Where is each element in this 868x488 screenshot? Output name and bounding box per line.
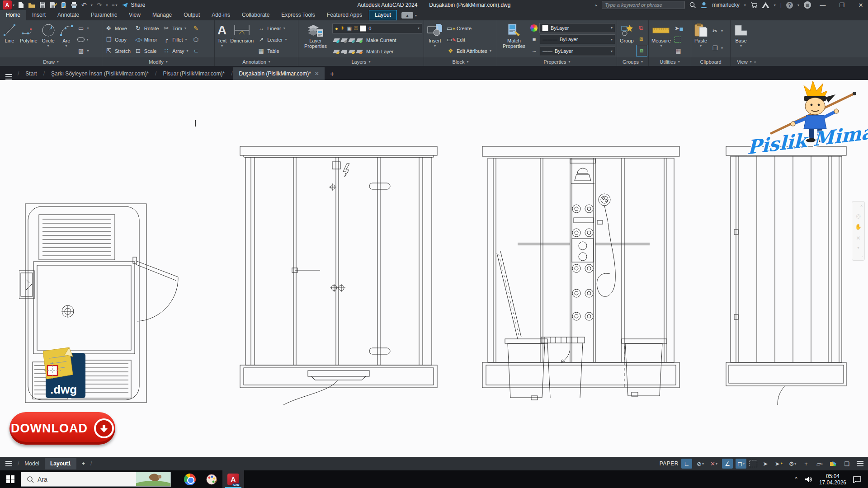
move-button[interactable]: ✥Move xyxy=(104,23,132,34)
arc-button[interactable]: Arc▾ xyxy=(58,22,75,57)
start-button[interactable] xyxy=(0,470,21,488)
copy-clip-button[interactable]: ❐▾ xyxy=(710,42,724,53)
quick-calc-button[interactable]: ▦ xyxy=(673,46,684,56)
fillet-button[interactable]: ╭Fillet▾ xyxy=(161,34,189,45)
hatch-tool-button[interactable]: ▨▾ xyxy=(76,46,90,56)
restore-button[interactable]: ❐ xyxy=(835,0,849,10)
layer-lock-icon[interactable]: ⚿ xyxy=(354,25,358,31)
search-expand-icon[interactable]: ▸ xyxy=(595,3,597,7)
pan-tool-icon[interactable]: ✋ xyxy=(855,224,862,230)
panel-label-draw[interactable]: Draw▾ xyxy=(0,57,102,66)
layer-freeze2-icon[interactable] xyxy=(348,38,355,42)
tab-featured-apps[interactable]: Featured Apps xyxy=(321,10,368,20)
copy-button[interactable]: ❐Copy xyxy=(104,34,132,45)
layer-off-icon[interactable] xyxy=(333,38,340,42)
line-button[interactable]: Line xyxy=(1,22,18,57)
layer-onoff-icon[interactable] xyxy=(348,50,355,53)
quick-select-button[interactable]: ➤▦ xyxy=(673,23,684,34)
ribbon-minimize-button[interactable]: ▲ xyxy=(401,12,413,19)
linear-button[interactable]: ↔Linear▾ xyxy=(256,23,288,34)
layer-sun-icon[interactable]: ☀ xyxy=(340,25,345,31)
paint-taskbar-icon[interactable] xyxy=(201,470,222,488)
rotate-button[interactable]: ↻Rotate xyxy=(133,23,160,34)
file-tabs-menu-icon[interactable] xyxy=(5,76,12,77)
layer-properties-button[interactable]: Layer Properties xyxy=(300,22,331,57)
clean-screen-icon[interactable]: ❏ xyxy=(841,459,852,469)
tab-home[interactable]: Home xyxy=(0,10,26,20)
edit-block-button[interactable]: ▭✎Edit xyxy=(445,34,493,45)
layout1-tab[interactable]: Layout1 xyxy=(45,458,76,469)
mirror-button[interactable]: ◁▷Mirror xyxy=(133,34,160,45)
search-icon[interactable] xyxy=(689,2,696,8)
polyline-button[interactable]: Polyline xyxy=(19,22,39,57)
panel-label-clipboard[interactable]: Clipboard xyxy=(691,57,730,66)
offset-button[interactable]: ⊂ xyxy=(191,46,201,56)
panel-label-groups[interactable]: Groups▾ xyxy=(617,57,648,66)
match-layer-button[interactable]: Match Layer xyxy=(366,49,394,54)
snap-mode-icon[interactable]: ∟ xyxy=(681,459,692,469)
match-properties-button[interactable]: Match Properties xyxy=(499,22,529,57)
file-tab-sarki[interactable]: Şarkı Söyleyen İnsan (PislikMimar.com)* xyxy=(46,67,154,80)
tab-view[interactable]: View xyxy=(123,10,146,20)
panel-label-block[interactable]: Block▾ xyxy=(424,57,497,66)
cart-icon[interactable] xyxy=(750,2,757,8)
group-edit-button[interactable]: ⧈ xyxy=(636,33,647,44)
ellipse-tool-button[interactable]: ▾ xyxy=(76,34,90,45)
steering-wheel-icon[interactable]: ✕ xyxy=(856,235,860,241)
explode-button[interactable]: ⬡ xyxy=(191,34,201,45)
print-icon[interactable] xyxy=(71,2,77,8)
annotation-scale-gear-icon[interactable]: ⚙▾ xyxy=(787,459,798,469)
group-button[interactable]: Group xyxy=(618,22,635,57)
status-menu-icon[interactable] xyxy=(5,463,12,464)
drawing-canvas[interactable]: Pislik Mimar .dwg DOWNLOAD ✕ ◎ ✋ ✕ ▾ ▫ xyxy=(0,80,868,457)
text-button[interactable]: AText▾ xyxy=(216,22,228,57)
new-file-icon[interactable] xyxy=(18,2,24,9)
file-tab-pisuar[interactable]: Pisuar (PislikMimar.com)* xyxy=(157,67,230,80)
panel-label-properties[interactable]: Properties▾ xyxy=(497,57,617,66)
scale-button[interactable]: ⊡Scale xyxy=(133,46,160,56)
navigation-bar[interactable]: ✕ ◎ ✋ ✕ ▾ ▫ xyxy=(852,201,865,261)
minimize-button[interactable]: — xyxy=(816,0,830,10)
color-dropdown[interactable]: ByLayer▾ xyxy=(539,23,615,33)
layer-freeze-icon[interactable]: ▣ xyxy=(347,25,352,31)
save-to-mobile-icon[interactable] xyxy=(61,2,66,9)
cut-button[interactable]: ✂▾ xyxy=(710,26,724,37)
paste-button[interactable]: Paste▾ xyxy=(693,22,709,57)
ungroup-button[interactable]: ⧉ xyxy=(636,23,647,33)
close-tab-icon[interactable]: ✕ xyxy=(315,70,319,77)
taskbar-search[interactable]: Ara xyxy=(21,472,171,487)
username-label[interactable]: mimarlucky xyxy=(712,2,740,8)
tab-annotate[interactable]: Annotate xyxy=(52,10,85,20)
rectangle-tool-button[interactable]: ▭▾ xyxy=(76,23,90,34)
user-avatar-icon[interactable] xyxy=(700,2,708,8)
layer-thaw-icon[interactable] xyxy=(333,50,340,53)
action-center-icon[interactable] xyxy=(853,476,862,483)
layer-isolate-icon[interactable] xyxy=(340,38,348,42)
tab-parametric[interactable]: Parametric xyxy=(85,10,123,20)
redo-dropdown-icon[interactable]: ▾ xyxy=(106,3,108,7)
autodesk-logo-icon[interactable] xyxy=(762,2,769,8)
panel-label-utilities[interactable]: Utilities▾ xyxy=(649,57,691,66)
isometric-drafting-icon[interactable]: ✕▾ xyxy=(708,459,719,469)
download-button[interactable]: DOWNLOAD xyxy=(9,412,115,445)
new-tab-button[interactable]: + xyxy=(325,68,340,80)
qat-customize-icon[interactable]: ═ ▾ xyxy=(112,3,118,7)
model-tab[interactable]: Model xyxy=(19,458,45,469)
redo-icon[interactable]: ↷ xyxy=(97,1,102,9)
tab-collaborate[interactable]: Collaborate xyxy=(236,10,275,20)
dimension-button[interactable]: Dimension xyxy=(229,22,255,57)
layer-lock2-icon[interactable] xyxy=(356,38,363,42)
array-button[interactable]: ∷Array▾ xyxy=(161,46,189,56)
panel-label-view[interactable]: View▾» xyxy=(731,57,868,66)
file-tab-dusakabin[interactable]: Duşakabin (PislikMimar.com)*✕ xyxy=(233,67,324,80)
polar-tracking-icon[interactable]: ⊘▾ xyxy=(695,459,706,469)
graphics-performance-icon[interactable] xyxy=(828,459,839,469)
zoom-tool-icon[interactable]: ◎ xyxy=(856,213,860,219)
create-block-button[interactable]: ▭✶Create xyxy=(445,23,493,34)
tab-output[interactable]: Output xyxy=(178,10,206,20)
panel-label-annotation[interactable]: Annotation▾ xyxy=(215,57,298,66)
help-dropdown-icon[interactable]: ▾ xyxy=(797,3,799,7)
close-button[interactable]: ✕ xyxy=(854,0,868,10)
feedback-icon[interactable]: ▦ xyxy=(804,1,811,9)
panel-label-modify[interactable]: Modify▾ xyxy=(102,57,214,66)
